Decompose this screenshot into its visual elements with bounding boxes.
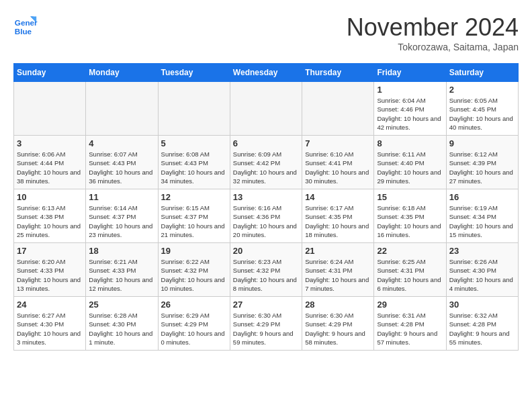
day-number: 8	[377, 138, 443, 148]
day-info: Sunrise: 6:22 AM Sunset: 4:32 PM Dayligh…	[161, 257, 227, 293]
calendar-cell: 30Sunrise: 6:32 AM Sunset: 4:28 PM Dayli…	[446, 297, 518, 351]
calendar-cell: 17Sunrise: 6:20 AM Sunset: 4:33 PM Dayli…	[14, 243, 86, 297]
day-number: 24	[17, 300, 83, 310]
day-info: Sunrise: 6:23 AM Sunset: 4:32 PM Dayligh…	[233, 257, 299, 293]
calendar-cell: 27Sunrise: 6:30 AM Sunset: 4:29 PM Dayli…	[230, 297, 302, 351]
day-number: 20	[233, 246, 299, 256]
weekday-thursday: Thursday	[302, 64, 374, 82]
week-row-3: 10Sunrise: 6:13 AM Sunset: 4:38 PM Dayli…	[14, 189, 519, 243]
day-number: 26	[161, 300, 227, 310]
day-number: 5	[161, 138, 227, 148]
calendar-cell: 24Sunrise: 6:27 AM Sunset: 4:30 PM Dayli…	[14, 297, 86, 351]
title-area: November 2024 Tokorozawa, Saitama, Japan	[347, 13, 519, 52]
header: General Blue November 2024 Tokorozawa, S…	[13, 13, 519, 52]
calendar-cell: 22Sunrise: 6:25 AM Sunset: 4:31 PM Dayli…	[374, 243, 446, 297]
day-number: 10	[17, 192, 83, 202]
calendar-cell	[86, 82, 158, 136]
location: Tokorozawa, Saitama, Japan	[347, 42, 519, 52]
svg-text:Blue: Blue	[15, 27, 32, 36]
day-info: Sunrise: 6:31 AM Sunset: 4:28 PM Dayligh…	[377, 311, 443, 347]
day-info: Sunrise: 6:18 AM Sunset: 4:35 PM Dayligh…	[377, 203, 443, 239]
calendar-cell: 15Sunrise: 6:18 AM Sunset: 4:35 PM Dayli…	[374, 189, 446, 243]
calendar-cell: 9Sunrise: 6:12 AM Sunset: 4:39 PM Daylig…	[446, 136, 518, 189]
day-info: Sunrise: 6:16 AM Sunset: 4:36 PM Dayligh…	[233, 203, 299, 239]
calendar-cell: 8Sunrise: 6:11 AM Sunset: 4:40 PM Daylig…	[374, 136, 446, 189]
day-number: 16	[449, 192, 515, 202]
calendar-cell: 7Sunrise: 6:10 AM Sunset: 4:41 PM Daylig…	[302, 136, 374, 189]
weekday-header-row: SundayMondayTuesdayWednesdayThursdayFrid…	[14, 64, 519, 82]
logo-icon: General Blue	[13, 13, 38, 38]
calendar-body: 1Sunrise: 6:04 AM Sunset: 4:46 PM Daylig…	[14, 82, 519, 351]
day-number: 15	[377, 192, 443, 202]
calendar-cell: 19Sunrise: 6:22 AM Sunset: 4:32 PM Dayli…	[158, 243, 230, 297]
day-info: Sunrise: 6:24 AM Sunset: 4:31 PM Dayligh…	[305, 257, 371, 293]
day-number: 17	[17, 246, 83, 256]
day-info: Sunrise: 6:25 AM Sunset: 4:31 PM Dayligh…	[377, 257, 443, 293]
day-info: Sunrise: 6:32 AM Sunset: 4:28 PM Dayligh…	[449, 311, 515, 347]
day-info: Sunrise: 6:08 AM Sunset: 4:43 PM Dayligh…	[161, 150, 227, 185]
week-row-5: 24Sunrise: 6:27 AM Sunset: 4:30 PM Dayli…	[14, 297, 519, 351]
day-info: Sunrise: 6:30 AM Sunset: 4:29 PM Dayligh…	[233, 311, 299, 347]
day-number: 13	[233, 192, 299, 202]
day-info: Sunrise: 6:09 AM Sunset: 4:42 PM Dayligh…	[233, 150, 299, 185]
calendar-cell: 18Sunrise: 6:21 AM Sunset: 4:33 PM Dayli…	[86, 243, 158, 297]
day-number: 11	[89, 192, 154, 202]
calendar-cell: 26Sunrise: 6:29 AM Sunset: 4:29 PM Dayli…	[158, 297, 230, 351]
calendar-cell: 14Sunrise: 6:17 AM Sunset: 4:35 PM Dayli…	[302, 189, 374, 243]
calendar-cell: 25Sunrise: 6:28 AM Sunset: 4:30 PM Dayli…	[86, 297, 158, 351]
weekday-friday: Friday	[374, 64, 446, 82]
day-number: 9	[449, 138, 515, 148]
calendar-cell: 21Sunrise: 6:24 AM Sunset: 4:31 PM Dayli…	[302, 243, 374, 297]
day-info: Sunrise: 6:14 AM Sunset: 4:37 PM Dayligh…	[89, 203, 154, 239]
weekday-tuesday: Tuesday	[158, 64, 230, 82]
calendar-cell: 4Sunrise: 6:07 AM Sunset: 4:43 PM Daylig…	[86, 136, 158, 189]
calendar-cell: 23Sunrise: 6:26 AM Sunset: 4:30 PM Dayli…	[446, 243, 518, 297]
day-info: Sunrise: 6:26 AM Sunset: 4:30 PM Dayligh…	[449, 257, 515, 293]
logo: General Blue	[13, 13, 40, 38]
day-info: Sunrise: 6:19 AM Sunset: 4:34 PM Dayligh…	[449, 203, 515, 239]
day-info: Sunrise: 6:20 AM Sunset: 4:33 PM Dayligh…	[17, 257, 83, 293]
calendar-cell: 11Sunrise: 6:14 AM Sunset: 4:37 PM Dayli…	[86, 189, 158, 243]
day-info: Sunrise: 6:15 AM Sunset: 4:37 PM Dayligh…	[161, 203, 227, 239]
day-info: Sunrise: 6:07 AM Sunset: 4:43 PM Dayligh…	[89, 150, 154, 185]
calendar-cell: 10Sunrise: 6:13 AM Sunset: 4:38 PM Dayli…	[14, 189, 86, 243]
calendar-cell: 1Sunrise: 6:04 AM Sunset: 4:46 PM Daylig…	[374, 82, 446, 136]
calendar-cell: 28Sunrise: 6:30 AM Sunset: 4:29 PM Dayli…	[302, 297, 374, 351]
day-number: 27	[233, 300, 299, 310]
day-info: Sunrise: 6:21 AM Sunset: 4:33 PM Dayligh…	[89, 257, 154, 293]
calendar-table: SundayMondayTuesdayWednesdayThursdayFrid…	[13, 63, 519, 351]
day-number: 18	[89, 246, 154, 256]
day-number: 2	[449, 85, 515, 95]
day-number: 6	[233, 138, 299, 148]
week-row-4: 17Sunrise: 6:20 AM Sunset: 4:33 PM Dayli…	[14, 243, 519, 297]
day-info: Sunrise: 6:04 AM Sunset: 4:46 PM Dayligh…	[377, 96, 443, 132]
day-info: Sunrise: 6:06 AM Sunset: 4:44 PM Dayligh…	[17, 150, 83, 185]
calendar-cell: 6Sunrise: 6:09 AM Sunset: 4:42 PM Daylig…	[230, 136, 302, 189]
day-number: 22	[377, 246, 443, 256]
calendar-cell: 20Sunrise: 6:23 AM Sunset: 4:32 PM Dayli…	[230, 243, 302, 297]
calendar-cell	[14, 82, 86, 136]
calendar-cell: 2Sunrise: 6:05 AM Sunset: 4:45 PM Daylig…	[446, 82, 518, 136]
day-number: 4	[89, 138, 154, 148]
day-info: Sunrise: 6:10 AM Sunset: 4:41 PM Dayligh…	[305, 150, 371, 185]
weekday-wednesday: Wednesday	[230, 64, 302, 82]
calendar-cell: 12Sunrise: 6:15 AM Sunset: 4:37 PM Dayli…	[158, 189, 230, 243]
day-number: 7	[305, 138, 371, 148]
month-title: November 2024	[347, 13, 519, 42]
day-info: Sunrise: 6:12 AM Sunset: 4:39 PM Dayligh…	[449, 150, 515, 185]
calendar-cell: 3Sunrise: 6:06 AM Sunset: 4:44 PM Daylig…	[14, 136, 86, 189]
day-number: 12	[161, 192, 227, 202]
day-info: Sunrise: 6:28 AM Sunset: 4:30 PM Dayligh…	[89, 311, 154, 347]
day-info: Sunrise: 6:11 AM Sunset: 4:40 PM Dayligh…	[377, 150, 443, 185]
day-number: 1	[377, 85, 443, 95]
day-info: Sunrise: 6:17 AM Sunset: 4:35 PM Dayligh…	[305, 203, 371, 239]
weekday-sunday: Sunday	[14, 64, 86, 82]
day-number: 28	[305, 300, 371, 310]
day-number: 30	[449, 300, 515, 310]
calendar-cell: 29Sunrise: 6:31 AM Sunset: 4:28 PM Dayli…	[374, 297, 446, 351]
calendar-cell: 16Sunrise: 6:19 AM Sunset: 4:34 PM Dayli…	[446, 189, 518, 243]
calendar-cell	[158, 82, 230, 136]
day-info: Sunrise: 6:13 AM Sunset: 4:38 PM Dayligh…	[17, 203, 83, 239]
day-number: 29	[377, 300, 443, 310]
day-number: 14	[305, 192, 371, 202]
